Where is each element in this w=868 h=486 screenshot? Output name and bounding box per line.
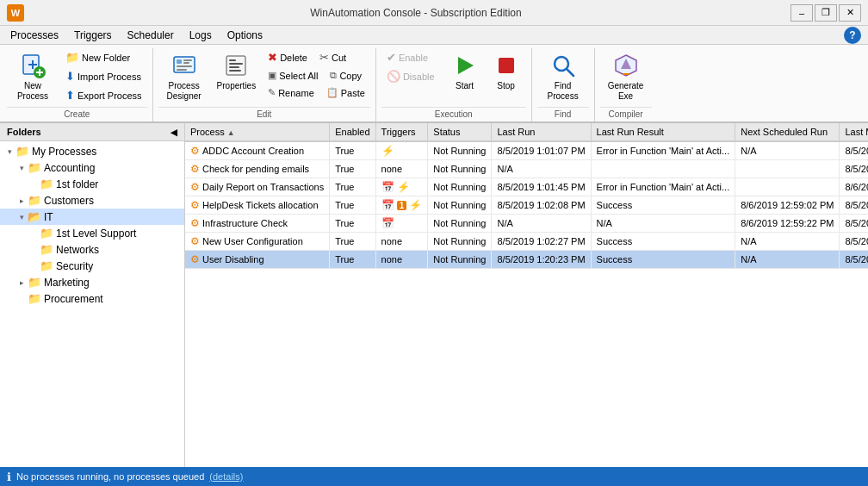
start-icon	[451, 52, 479, 79]
delete-button[interactable]: ✖ Delete	[263, 48, 313, 66]
table-row[interactable]: ⚙ Infrastructure Check True 📅 Not Runnin…	[185, 215, 868, 233]
cell-modified-5: 8/5/2019 12:54:37...	[840, 215, 868, 233]
col-last-run-result[interactable]: Last Run Result	[591, 123, 735, 141]
folder-icon-customers: 📁	[28, 194, 41, 207]
cell-process-2: ⚙ Check for pending emails	[185, 160, 330, 178]
sidebar-item-1st-folder[interactable]: 📁 1st folder	[0, 176, 184, 192]
security-label: Security	[56, 260, 93, 272]
cell-last-run-6: 8/5/2019 1:02:27 PM	[492, 233, 591, 251]
cell-enabled-6: True	[330, 233, 375, 251]
sidebar-item-accounting[interactable]: ▾ 📁 Accounting	[0, 159, 184, 176]
cell-next-7: N/A	[735, 251, 840, 269]
minimize-button[interactable]: –	[790, 4, 813, 22]
sidebar-collapse-button[interactable]: ◀	[170, 128, 177, 137]
status-details-link[interactable]: (details)	[209, 471, 243, 482]
col-last-run[interactable]: Last Run	[492, 123, 591, 141]
rename-button[interactable]: ✎ Rename	[263, 84, 319, 101]
cell-last-run-7: 8/5/2019 1:20:23 PM	[492, 251, 591, 269]
process-table-container: Process ▲ Enabled Triggers Status Last R…	[185, 123, 868, 467]
menu-logs[interactable]: Logs	[183, 28, 219, 43]
menu-triggers[interactable]: Triggers	[67, 28, 119, 43]
enable-button[interactable]: ✔ Enable	[381, 48, 440, 66]
cell-enabled-1: True	[330, 141, 375, 160]
table-row[interactable]: ⚙ Check for pending emails True none Not…	[185, 160, 868, 178]
ribbon-group-create: New Process 📁 New Folder ⬇ Import Proces…	[3, 48, 153, 122]
start-button[interactable]: Start	[445, 48, 485, 95]
ribbon: New Process 📁 New Folder ⬇ Import Proces…	[0, 45, 868, 123]
menu-options[interactable]: Options	[220, 28, 270, 43]
toggle-accounting: ▾	[16, 164, 28, 172]
find-group-label: Find	[537, 107, 589, 122]
sidebar-item-customers[interactable]: ▸ 📁 Customers	[0, 192, 184, 209]
import-process-button[interactable]: ⬇ Import Process	[60, 67, 147, 85]
export-process-button[interactable]: ⬆ Export Process	[60, 86, 147, 104]
properties-button[interactable]: Properties	[212, 48, 262, 95]
toggle-my-processes: ▾	[3, 147, 16, 156]
process-designer-button[interactable]: Process Designer	[158, 48, 210, 105]
col-next-scheduled[interactable]: Next Scheduled Run	[735, 123, 840, 141]
select-all-button[interactable]: ▣ Select All	[263, 67, 323, 84]
ribbon-group-find: Find Process Find	[534, 48, 595, 122]
table-row[interactable]: ⚙ New User Configuration True none Not R…	[185, 233, 868, 251]
cell-result-7: Success	[591, 251, 735, 269]
process-icon-1: ⚙	[190, 145, 200, 157]
disable-button[interactable]: 🚫 Disable	[381, 67, 440, 85]
import-icon: ⬇	[65, 70, 75, 83]
menu-processes[interactable]: Processes	[3, 28, 65, 43]
cut-button[interactable]: ✂ Cut	[314, 48, 351, 66]
cell-next-5: 8/6/2019 12:59:22 PM	[735, 215, 840, 233]
my-processes-label: My Processes	[32, 146, 96, 158]
sidebar-item-procurement[interactable]: 📁 Procurement	[0, 290, 184, 307]
title-bar: W WinAutomation Console - Subscription E…	[0, 0, 868, 26]
col-enabled[interactable]: Enabled	[330, 123, 375, 141]
generate-exe-button[interactable]: Generate Exe	[600, 48, 652, 105]
new-folder-button[interactable]: 📁 New Folder	[60, 48, 147, 66]
new-folder-icon: 📁	[65, 51, 79, 64]
cell-enabled-5: True	[330, 215, 375, 233]
paste-button[interactable]: 📋 Paste	[321, 84, 370, 101]
properties-icon	[222, 52, 250, 79]
calendar-icon-3: 📅	[381, 181, 394, 193]
menu-scheduler[interactable]: Scheduler	[121, 28, 181, 43]
col-triggers[interactable]: Triggers	[375, 123, 428, 141]
sidebar-item-my-processes[interactable]: ▾ 📁 My Processes	[0, 143, 184, 159]
status-message: No processes running, no processes queue…	[16, 471, 204, 482]
sidebar-item-marketing[interactable]: ▸ 📁 Marketing	[0, 274, 184, 290]
col-last-modified[interactable]: Last Modified	[840, 123, 868, 141]
lightning-icon-3: ⚡	[397, 181, 410, 193]
find-process-button[interactable]: Find Process	[537, 48, 589, 105]
svg-rect-11	[177, 69, 187, 71]
cell-next-2	[735, 160, 840, 178]
copy-button[interactable]: ⧉ Copy	[325, 67, 367, 84]
help-button[interactable]: ?	[844, 27, 861, 44]
sidebar-item-security[interactable]: 📁 Security	[0, 258, 184, 274]
cell-triggers-5: 📅	[375, 215, 428, 233]
accounting-label: Accounting	[44, 162, 95, 174]
svg-rect-7	[177, 59, 182, 64]
sidebar-item-it[interactable]: ▾ 📂 IT	[0, 209, 184, 225]
process-icon-4: ⚙	[190, 199, 200, 211]
lightning-icon-4: ⚡	[409, 199, 422, 211]
create-small-buttons: 📁 New Folder ⬇ Import Process ⬆ Export P…	[60, 48, 147, 104]
cell-result-1: Error in Function 'Main' at Acti...	[591, 141, 735, 160]
sidebar-item-1st-level-support[interactable]: 📁 1st Level Support	[0, 225, 184, 241]
process-icon-2: ⚙	[190, 163, 200, 175]
marketing-label: Marketing	[44, 277, 90, 289]
stop-label: Stop	[497, 81, 515, 91]
col-status[interactable]: Status	[428, 123, 492, 141]
table-row[interactable]: ⚙ User Disabling True none Not Running 8…	[185, 251, 868, 269]
table-row[interactable]: ⚙ Daily Report on Transactions True 📅 ⚡ …	[185, 178, 868, 196]
table-row[interactable]: ⚙ ADDC Account Creation True ⚡ Not Runni…	[185, 141, 868, 160]
sidebar-item-networks[interactable]: 📁 Networks	[0, 241, 184, 258]
cell-modified-6: 8/5/2019 1:02:24 PM	[840, 233, 868, 251]
new-process-button[interactable]: New Process	[7, 48, 59, 105]
cell-triggers-2: none	[375, 160, 428, 178]
restore-button[interactable]: ❐	[815, 4, 837, 22]
properties-label: Properties	[217, 81, 257, 91]
stop-button[interactable]: Stop	[487, 48, 526, 95]
cell-enabled-7: True	[330, 251, 375, 269]
table-row[interactable]: ⚙ HelpDesk Tickets allocation True 📅 1 ⚡…	[185, 196, 868, 215]
folder-icon-security: 📁	[40, 259, 53, 272]
col-process[interactable]: Process ▲	[185, 123, 330, 141]
close-button[interactable]: ✕	[839, 4, 861, 22]
